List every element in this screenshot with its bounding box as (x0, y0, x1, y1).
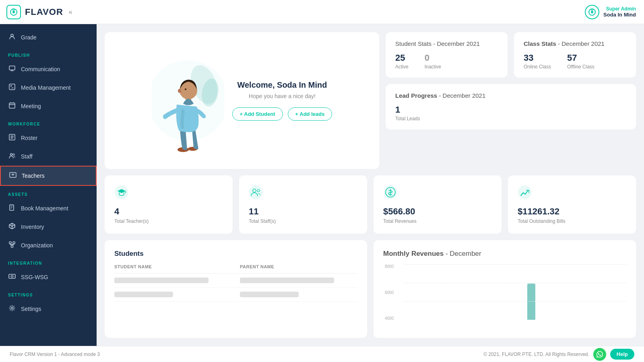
class-stats-title: Class Stats - December 2021 (524, 40, 626, 47)
student-stats-numbers: 25 Active 0 Inactive (395, 53, 498, 70)
total-leads-label: Total Leads (395, 116, 420, 121)
bills-value: $11261.32 (518, 206, 626, 217)
sidebar-item-staff[interactable]: Staff (0, 147, 97, 166)
user-info: Super Admin Soda In Mind (603, 6, 636, 18)
communication-icon (8, 65, 16, 74)
sidebar-label-settings: Settings (21, 306, 41, 312)
offline-count: 57 (567, 53, 594, 63)
whatsapp-button[interactable] (593, 348, 606, 361)
parent-name-cell (240, 292, 357, 297)
welcome-title: Welcome, Soda In Mind (232, 80, 332, 90)
sidebar-label-communication: Communication (21, 66, 60, 72)
sidebar-item-communication[interactable]: Communication (0, 60, 97, 78)
staff-icon (8, 152, 16, 161)
sidebar-label-roster: Roster (21, 135, 37, 141)
y-label-6000: 6000 (385, 290, 394, 295)
teachers-value: 4 (114, 206, 223, 217)
online-count: 33 (524, 53, 551, 63)
svg-point-1 (12, 11, 15, 13)
footer: Flavor CRM Version 1 - Advanced mode 3 ©… (0, 346, 644, 362)
teachers-label: Total Teacher(s) (114, 218, 223, 224)
sidebar-label-inventory: Inventory (21, 224, 44, 230)
sidebar-item-organization[interactable]: Organization (0, 236, 97, 255)
footer-copyright: © 2021, FLAVOR PTE. LTD. All Rights Rese… (483, 352, 589, 357)
active-count: 25 (395, 53, 409, 63)
staff-label: Total Staff(s) (249, 218, 357, 224)
sidebar-label-book: Book Management (21, 205, 68, 212)
sidebar-item-ssg-wsg[interactable]: SSG-WSG (0, 268, 97, 286)
sidebar-item-book-management[interactable]: Book Management (0, 199, 97, 218)
footer-version: Flavor CRM Version 1 - Advanced mode 3 (10, 352, 100, 357)
student-name-cell (114, 278, 232, 283)
add-leads-button[interactable]: + Add leads (288, 107, 332, 121)
add-student-button[interactable]: + Add Student (232, 107, 283, 121)
section-settings: SETTINGS (0, 286, 97, 300)
logo-icon (6, 5, 21, 19)
online-class-stat: 33 Online Class (524, 53, 551, 70)
sidebar-item-meeting[interactable]: Meeting (0, 97, 97, 115)
dollar-circle-icon (383, 185, 492, 202)
sidebar-label-media: Media Management (21, 84, 71, 91)
section-integration: INTEGRATION (0, 255, 97, 268)
bills-label: Total Outstanding Bills (518, 218, 626, 224)
svg-point-13 (13, 154, 14, 155)
gridline-bot (403, 301, 626, 321)
content-area: Welcome, Soda In Mind Hope you have a ni… (97, 24, 644, 346)
revenue-label: Total Revenues (383, 218, 492, 224)
inactive-label: Inactive (425, 64, 441, 70)
y-axis: 8000 6000 4000 (383, 264, 395, 321)
welcome-buttons: + Add Student + Add leads (232, 107, 332, 121)
svg-point-12 (10, 154, 12, 156)
svg-rect-10 (9, 103, 15, 108)
staff-group-icon (249, 185, 357, 202)
user-name: Soda In Mind (603, 12, 636, 18)
student-stats-title: Student Stats - December 2021 (395, 40, 498, 47)
inventory-icon (8, 222, 16, 231)
y-label-8000: 8000 (385, 264, 394, 269)
revenue-card-title: Monthly Revenues - December (383, 250, 626, 258)
inactive-count: 0 (425, 53, 441, 63)
lead-progress-title: Lead Progress - December 2021 (395, 92, 626, 99)
sidebar-item-teachers[interactable]: Teachers (0, 166, 97, 186)
student-name-cell (114, 292, 232, 297)
metrics-row: 4 Total Teacher(s) 11 Total Staff(s) (105, 175, 636, 234)
collapse-icon[interactable]: « (69, 8, 72, 16)
sidebar-item-roster[interactable]: Roster (0, 129, 97, 147)
sidebar-item-inventory[interactable]: Inventory (0, 218, 97, 236)
class-stats-numbers: 33 Online Class 57 Offline Class (524, 53, 626, 70)
sidebar-label-organization: Organization (21, 242, 53, 249)
roster-icon (8, 134, 16, 142)
svg-point-5 (591, 9, 593, 10)
sidebar-item-settings[interactable]: Settings (0, 300, 97, 318)
svg-rect-9 (10, 85, 12, 86)
gridline-top (403, 264, 626, 283)
svg-point-4 (591, 11, 593, 13)
parent-name-cell (240, 278, 357, 283)
revenue-value: $566.80 (383, 206, 492, 217)
sidebar-item-media-management[interactable]: Media Management (0, 78, 97, 97)
students-card: Students STUDENT NAME PARENT NAME (105, 240, 367, 338)
stats-column: Student Stats - December 2021 25 Active … (386, 32, 636, 169)
table-row (114, 288, 357, 302)
graduation-icon (114, 185, 223, 202)
svg-point-29 (178, 89, 181, 93)
offline-label: Offline Class (567, 64, 594, 70)
svg-point-32 (249, 185, 263, 199)
book-icon (8, 204, 16, 213)
meeting-icon (8, 102, 16, 111)
inactive-stat: 0 Inactive (425, 53, 441, 70)
svg-point-2 (13, 9, 14, 10)
section-workforce: WORKFORCE (0, 115, 97, 129)
active-stat: 25 Active (395, 53, 409, 70)
sidebar: Grade PUBLISH Communication Media Manage… (0, 24, 97, 346)
settings-icon (8, 304, 16, 313)
svg-rect-7 (9, 66, 15, 70)
col-student-name: STUDENT NAME (114, 264, 232, 269)
online-label: Online Class (524, 64, 551, 70)
svg-point-6 (11, 34, 13, 37)
stats-row: Student Stats - December 2021 25 Active … (386, 32, 636, 78)
offline-class-stat: 57 Offline Class (567, 53, 594, 70)
sidebar-item-grade[interactable]: Grade (0, 28, 97, 47)
active-label: Active (395, 64, 409, 70)
help-button[interactable]: Help (610, 349, 634, 360)
